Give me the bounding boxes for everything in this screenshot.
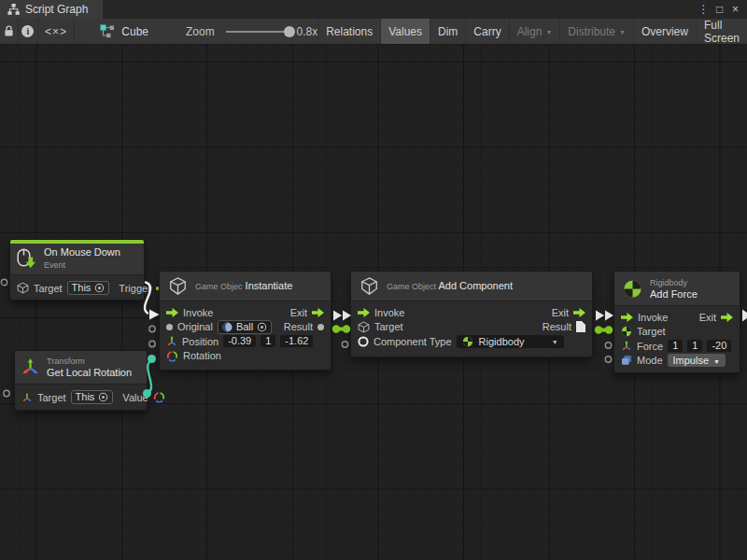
force-z-field[interactable]: -20	[707, 340, 731, 352]
zoom-slider-handle[interactable]	[284, 26, 295, 37]
node-kind: Game Objec	[195, 282, 243, 291]
original-object-field[interactable]: Ball	[218, 320, 272, 334]
distribute-button[interactable]: Distribute▼	[559, 19, 633, 44]
node-add-force[interactable]: Rigidbody Add Force Invoke Exit Target	[613, 271, 740, 373]
maximize-icon[interactable]: □	[712, 0, 727, 19]
exec-connection-addcomponent-addforce[interactable]	[596, 311, 613, 321]
rigidbody-icon	[462, 336, 473, 347]
code-icon: <×>	[45, 25, 67, 38]
flow-arrow-icon[interactable]	[312, 308, 324, 317]
node-kind: Rigidbody	[650, 278, 687, 287]
value-port-icon[interactable]	[317, 324, 324, 330]
node-kind: Game Object	[387, 282, 436, 291]
node-kind: Event	[44, 260, 65, 270]
tab-title: Script Graph	[25, 3, 88, 16]
zoom-value: 0.8x	[297, 25, 318, 38]
node-body: Target This Value	[15, 385, 147, 410]
node-body: Invoke Exit Original Ball Re	[160, 301, 331, 370]
values-button[interactable]: Values	[380, 19, 430, 44]
original-result-row: Original Ball Result	[160, 320, 331, 335]
full-screen-button[interactable]: Full Screen	[696, 19, 747, 44]
flow-arrow-icon[interactable]	[721, 313, 733, 322]
exec-port-clipped[interactable]	[742, 310, 747, 322]
gameobject-icon	[168, 276, 188, 296]
position-x-field[interactable]: -0.39	[223, 335, 256, 347]
component-type-dropdown[interactable]: Rigidbody ▼	[457, 335, 564, 348]
graph-canvas[interactable]: On Mouse Down Event Target This Trigger	[0, 45, 747, 560]
node-title: Add Force	[650, 288, 698, 300]
mouse-down-icon	[17, 248, 36, 270]
force-y-field[interactable]: 1	[687, 340, 702, 352]
quaternion-icon[interactable]	[166, 350, 178, 362]
lock-button[interactable]	[0, 19, 18, 44]
node-header[interactable]: Rigidbody Add Force	[614, 272, 740, 306]
node-header[interactable]: Game Objec Instantiate	[160, 272, 331, 301]
ball-prefab-icon	[222, 322, 233, 332]
script-graph-asset-icon	[100, 24, 115, 38]
node-header[interactable]: On Mouse Down Event	[10, 244, 144, 275]
component-result-icon[interactable]	[576, 321, 585, 332]
dim-button[interactable]: Dim	[430, 19, 465, 44]
value-connection-result-target-2[interactable]	[595, 326, 613, 333]
mode-dropdown[interactable]: Impulse ▼	[668, 354, 726, 367]
relations-button[interactable]: Relations	[317, 19, 380, 44]
target-trigger-row: Target This Trigger	[10, 279, 144, 297]
flow-arrow-icon[interactable]	[573, 308, 585, 317]
result-label: Result	[284, 321, 313, 332]
vector3-icon[interactable]	[166, 336, 177, 347]
node-title: Get Local Rotation	[47, 367, 132, 378]
exit-label: Exit	[699, 312, 716, 323]
value-port-icon[interactable]	[166, 324, 173, 330]
zoom-slider[interactable]	[226, 25, 289, 38]
gameobject-icon	[359, 276, 379, 296]
port-addc-componenttype	[342, 342, 347, 347]
script-graph-window: { "window": { "tab_title": "Script Graph…	[0, 0, 747, 560]
object-picker-icon[interactable]	[98, 392, 108, 402]
graph-reference[interactable]: Cube	[100, 24, 148, 38]
object-picker-icon[interactable]	[94, 283, 105, 293]
value-label: Value	[122, 392, 148, 403]
node-body: Target This Trigger	[10, 275, 144, 300]
carry-button[interactable]: Carry	[465, 19, 508, 44]
component-type-row: Component Type Rigidbody ▼	[351, 334, 592, 349]
type-port-icon[interactable]	[358, 336, 369, 347]
flow-arrow-icon[interactable]	[358, 308, 370, 317]
flow-arrow-icon[interactable]	[621, 313, 633, 322]
force-label: Force	[637, 341, 663, 352]
node-on-mouse-down[interactable]: On Mouse Down Event Target This Trigger	[9, 239, 145, 301]
tab-script-graph[interactable]: Script Graph	[0, 0, 103, 19]
quaternion-icon[interactable]	[153, 391, 165, 403]
chevron-down-icon: ▼	[619, 29, 626, 35]
target-label: Target	[637, 326, 666, 337]
target-value-row: Target This Value	[15, 388, 147, 406]
node-body: Invoke Exit Target Force 1 1 -20	[614, 306, 740, 372]
info-button[interactable]: i	[19, 19, 37, 44]
value-connection-result-target[interactable]	[332, 325, 350, 332]
node-add-component[interactable]: Game Object Add Component Invoke Exit Ta…	[350, 271, 593, 357]
target-value-field[interactable]: This	[67, 281, 110, 295]
code-view-button[interactable]: <×>	[38, 19, 75, 44]
position-z-field[interactable]: -1.62	[280, 335, 313, 347]
object-picker-icon[interactable]	[257, 322, 267, 332]
exec-connection-instantiate-addcomponent[interactable]	[333, 311, 351, 321]
target-row: Target	[614, 325, 740, 340]
overview-button[interactable]: Overview	[633, 19, 696, 44]
menu-kebab-icon[interactable]: ⋮	[696, 0, 712, 19]
vector3-icon[interactable]	[621, 341, 632, 352]
node-kind: Transform	[47, 357, 85, 366]
close-icon[interactable]: ×	[727, 0, 743, 19]
chevron-down-icon: ▼	[713, 358, 720, 365]
invoke-label: Invoke	[374, 307, 404, 318]
node-header[interactable]: Transform Get Local Rotation	[15, 351, 147, 385]
align-button[interactable]: Align▼	[509, 19, 560, 44]
original-label: Original	[177, 321, 213, 332]
force-x-field[interactable]: 1	[668, 340, 683, 352]
node-get-local-rotation[interactable]: Transform Get Local Rotation Target This…	[14, 350, 148, 411]
position-y-field[interactable]: 1	[261, 335, 275, 347]
node-header[interactable]: Game Object Add Component	[351, 272, 592, 301]
target-value-field[interactable]: This	[71, 390, 114, 404]
node-title: Add Component	[438, 280, 513, 291]
node-instantiate[interactable]: Game Objec Instantiate Invoke Exit Origi…	[159, 271, 331, 371]
flow-arrow-icon[interactable]	[166, 308, 178, 317]
target-label: Target	[37, 392, 66, 403]
